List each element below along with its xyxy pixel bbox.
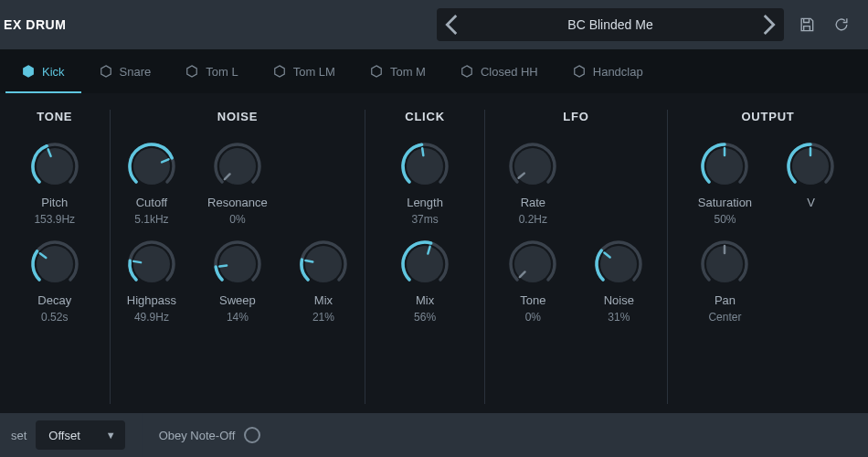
section-rows: Cutoff5.1kHz Resonance0% Highpass49.9Hz … <box>112 141 363 324</box>
svg-line-9 <box>133 261 141 262</box>
section-rows: Pitch153.9Hz Decay0.52s <box>16 141 94 324</box>
knob-label: Length <box>407 196 443 209</box>
offset-select[interactable]: Offset ▼ <box>36 420 124 450</box>
knob-cell-empty <box>284 141 363 226</box>
tab-closed-hh[interactable]: Closed HH <box>444 49 555 93</box>
svg-point-0 <box>37 148 73 185</box>
hexagon-icon <box>460 65 473 78</box>
knob-label: Mix <box>416 293 434 307</box>
knob-row: Tone0% Noise31% <box>493 239 658 324</box>
knob-value: 153.9Hz <box>34 213 75 226</box>
offset-prefix-label: set <box>11 429 26 442</box>
knob-control[interactable] <box>126 141 177 192</box>
knob-sweep: Sweep14% <box>198 239 277 324</box>
tab-tom-l[interactable]: Tom L <box>169 49 254 93</box>
knob-control[interactable] <box>212 239 263 290</box>
tab-label: Handclap <box>593 65 643 79</box>
knob-label: Highpass <box>127 293 176 307</box>
knob-mix: Mix21% <box>284 239 363 324</box>
hexagon-icon <box>573 65 586 78</box>
knob-mix: Mix56% <box>386 239 464 324</box>
refresh-button[interactable] <box>830 13 853 37</box>
chevron-down-icon: ▼ <box>106 430 116 441</box>
footer-divider <box>142 413 143 457</box>
chevron-right-icon <box>753 9 784 40</box>
section-title: LFO <box>563 110 588 124</box>
knob-value: 56% <box>414 311 436 324</box>
knob-pan: PanCenter <box>685 239 764 324</box>
tab-label: Closed HH <box>481 65 538 79</box>
section-title: CLICK <box>405 110 445 124</box>
plugin-title: EX DRUM <box>0 17 66 32</box>
knob-control[interactable] <box>507 239 558 290</box>
svg-point-14 <box>407 148 443 185</box>
knob-noise: Noise31% <box>579 239 658 324</box>
knob-control[interactable] <box>785 141 836 192</box>
knob-decay: Decay0.52s <box>16 239 94 324</box>
drum-tabs: KickSnareTom LTom LMTom MClosed HHHandcl… <box>0 49 868 93</box>
knob-control[interactable] <box>593 239 644 290</box>
obey-noteoff-group: Obey Note-Off <box>159 427 261 443</box>
parameter-panel: TONE Pitch153.9Hz Decay0.52sNOISE Cutoff… <box>0 93 868 413</box>
knob-control[interactable] <box>699 239 750 290</box>
knob-control[interactable] <box>399 141 450 192</box>
knob-control[interactable] <box>126 239 177 290</box>
knob-value: 31% <box>608 311 630 324</box>
knob-cell-empty <box>579 141 658 226</box>
chevron-left-icon <box>437 9 468 40</box>
knob-control[interactable] <box>29 141 80 192</box>
refresh-icon <box>832 16 851 34</box>
knob-value: 0.2Hz <box>519 213 547 226</box>
knob-control[interactable] <box>399 239 450 290</box>
section-click: CLICK Length37ms Mix56% <box>365 110 483 404</box>
knob-value: 0.52s <box>41 311 68 324</box>
tab-label: Snare <box>120 65 152 79</box>
svg-point-2 <box>37 246 73 282</box>
section-rows: Saturation50% V PanCenter <box>685 141 850 324</box>
knob-label: Noise <box>604 293 634 307</box>
save-preset-button[interactable] <box>795 13 819 37</box>
tab-kick[interactable]: Kick <box>5 49 81 93</box>
tab-label: Tom M <box>390 65 426 79</box>
svg-line-15 <box>422 148 423 155</box>
knob-control[interactable] <box>212 141 263 192</box>
svg-line-11 <box>219 266 227 267</box>
knob-value: Center <box>708 311 741 324</box>
preset-browser: BC Blinded Me <box>437 8 784 41</box>
knob-cutoff: Cutoff5.1kHz <box>112 141 191 226</box>
save-icon <box>798 16 816 34</box>
knob-label: Sweep <box>219 293 256 307</box>
knob-label: Pan <box>715 293 736 307</box>
section-rows: Rate0.2Hz Tone0% Noise31% <box>493 141 658 324</box>
svg-point-10 <box>219 246 256 282</box>
knob-control[interactable] <box>507 141 558 192</box>
section-title: OUTPUT <box>741 110 794 124</box>
tab-snare[interactable]: Snare <box>83 49 168 93</box>
knob-row: PanCenter <box>685 239 850 324</box>
obey-noteoff-toggle[interactable] <box>244 427 260 443</box>
knob-control[interactable] <box>298 239 349 290</box>
preset-prev-button[interactable] <box>437 9 468 40</box>
tab-label: Tom LM <box>293 65 335 79</box>
knob-pitch: Pitch153.9Hz <box>16 141 94 226</box>
knob-highpass: Highpass49.9Hz <box>112 239 191 324</box>
preset-next-button[interactable] <box>753 9 784 40</box>
knob-control[interactable] <box>699 141 750 192</box>
hexagon-icon <box>370 65 383 78</box>
preset-name[interactable]: BC Blinded Me <box>468 17 753 32</box>
knob-label: Saturation <box>698 196 752 209</box>
knob-resonance: Resonance0% <box>198 141 277 226</box>
knob-value: 37ms <box>411 213 438 226</box>
tab-tom-m[interactable]: Tom M <box>354 49 442 93</box>
tab-handclap[interactable]: Handclap <box>556 49 660 93</box>
tab-tom-lm[interactable]: Tom LM <box>257 49 352 93</box>
app-root: EX DRUM BC Blinded Me KickSnareTom LTom … <box>0 0 868 457</box>
knob-row: Saturation50% V <box>685 141 850 226</box>
obey-noteoff-label: Obey Note-Off <box>159 429 236 442</box>
knob-length: Length37ms <box>386 141 464 226</box>
svg-point-8 <box>133 246 170 282</box>
knob-control[interactable] <box>29 239 80 290</box>
header-bar: EX DRUM BC Blinded Me <box>0 0 868 49</box>
svg-point-16 <box>407 246 443 282</box>
hexagon-icon <box>273 65 286 78</box>
